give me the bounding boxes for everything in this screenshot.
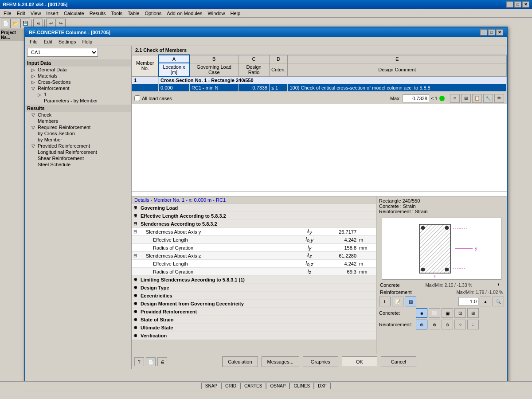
tree-reinf-1[interactable]: ▷ 1: [25, 91, 131, 98]
detail-slenderness-y[interactable]: ⊟ Slenderness About Axis y λy 26.7177: [132, 228, 376, 236]
tree-longitudinal[interactable]: Longitudinal Reinforcement: [25, 149, 131, 155]
expand-y[interactable]: ⊟: [132, 229, 139, 234]
tree-by-cross-section[interactable]: by Cross-Section: [25, 130, 131, 137]
scale-up-btn[interactable]: ▲: [480, 297, 491, 306]
expand-effective[interactable]: ⊞: [132, 213, 139, 218]
rfem-menu-options[interactable]: Options: [142, 10, 164, 17]
tree-cross-sections[interactable]: ▷ Cross-Sections: [25, 79, 131, 85]
concrete-btn3[interactable]: ▣: [442, 308, 453, 318]
tree-required-reinf[interactable]: ▽ Required Reinforcement: [25, 124, 131, 130]
detail-design-type[interactable]: ⊞ Design Type: [132, 284, 376, 292]
tree-general-data[interactable]: ▷ General Data: [25, 66, 131, 73]
table-btn-2[interactable]: ⊞: [461, 94, 471, 103]
dialog-close-btn[interactable]: ✕: [496, 29, 503, 35]
rfem-close-btn[interactable]: ✕: [522, 1, 529, 8]
zoom-btn[interactable]: 🔍: [493, 297, 504, 306]
grid-btn[interactable]: GRID: [221, 383, 240, 389]
dialog-menu-edit[interactable]: Edit: [41, 38, 55, 45]
rfem-menu-edit[interactable]: Edit: [14, 10, 28, 17]
detail-governing-load[interactable]: ⊞ Governing Load: [132, 204, 376, 212]
expand-limiting[interactable]: ⊞: [132, 277, 139, 282]
rfem-menu-view[interactable]: View: [28, 10, 44, 17]
expand-state[interactable]: ⊞: [132, 317, 139, 322]
concrete-btn2[interactable]: ⬜: [429, 308, 440, 318]
ca-select[interactable]: CA1: [27, 48, 98, 57]
info-btn[interactable]: ℹ: [379, 297, 391, 306]
calculation-btn[interactable]: Calculation: [222, 356, 258, 367]
dialog-menu-file[interactable]: File: [27, 38, 40, 45]
detail-provided-reinf[interactable]: ⊞ Provided Reinforcement: [132, 308, 376, 316]
all-load-cases-checkbox[interactable]: All load cases: [134, 95, 172, 101]
hatch-btn[interactable]: ▨: [405, 297, 416, 306]
dialog-menu-settings[interactable]: Settings: [56, 38, 79, 45]
dialog-minimize-btn[interactable]: _: [480, 29, 487, 35]
tree-shear[interactable]: Shear Reinforcement: [25, 155, 131, 161]
detail-design-moment[interactable]: ⊞ Design Moment from Governing Eccentric…: [132, 300, 376, 308]
messages-btn[interactable]: Messages...: [262, 356, 299, 367]
reinf-btn3[interactable]: ⊙: [442, 320, 453, 329]
dialog-menu-help[interactable]: Help: [79, 38, 95, 45]
expand-eccentricities[interactable]: ⊞: [132, 293, 139, 298]
table-btn-3[interactable]: 📋: [472, 94, 482, 103]
reinf-btn5[interactable]: ∷: [467, 320, 479, 329]
rfem-maximize-btn[interactable]: □: [514, 1, 521, 8]
left-btn-1[interactable]: ?: [134, 357, 144, 366]
tree-steel-schedule[interactable]: Steel Schedule: [25, 161, 131, 168]
expand-governing[interactable]: ⊞: [132, 205, 139, 210]
max-value-input[interactable]: [403, 94, 429, 102]
expand-z[interactable]: ⊟: [132, 253, 139, 258]
ok-btn[interactable]: OK: [342, 356, 377, 367]
tree-provided-reinf[interactable]: ▽ Provided Reinforcement: [25, 143, 131, 149]
reinf-btn4[interactable]: ⁘: [454, 320, 466, 329]
reinf-btn1[interactable]: ⊕: [416, 320, 427, 329]
rfem-menu-tools[interactable]: Tools: [108, 10, 125, 17]
detail-state-of-strain[interactable]: ⊞ State of Strain: [132, 316, 376, 324]
table-row-data[interactable]: 0.000 RC1 - min N 0.7338 ≤ 1 100) Check …: [132, 84, 507, 92]
expand-verification[interactable]: ⊞: [132, 333, 139, 338]
cancel-btn[interactable]: Cancel: [381, 356, 416, 367]
tree-members[interactable]: Members: [25, 118, 131, 124]
reinf-btn2[interactable]: ⊗: [429, 320, 440, 329]
expand-design-moment[interactable]: ⊞: [132, 301, 139, 306]
detail-slenderness-z[interactable]: ⊟ Slenderness About Axis z λz 61.2280: [132, 252, 376, 260]
concrete-btn5[interactable]: ⊞: [467, 308, 479, 318]
tree-params-by-member[interactable]: Parameters - by Member: [25, 98, 131, 104]
table-btn-1[interactable]: ≡: [450, 94, 460, 103]
osnap-btn[interactable]: OSNAP: [266, 383, 289, 389]
rfem-menu-results[interactable]: Results: [87, 10, 109, 17]
tree-materials[interactable]: ▷ Materials: [25, 73, 131, 79]
tree-by-member[interactable]: by Member: [25, 137, 131, 143]
expand-provided[interactable]: ⊞: [132, 309, 139, 314]
detail-slenderness[interactable]: ⊟ Slenderness According to 5.8.3.2: [132, 220, 376, 228]
all-load-cases-input[interactable]: [134, 95, 140, 101]
expand-design-type[interactable]: ⊞: [132, 285, 139, 290]
rfem-menu-calculate[interactable]: Calculate: [61, 10, 87, 17]
detail-eccentricities[interactable]: ⊞ Eccentricities: [132, 292, 376, 300]
table-btn-4[interactable]: 🔧: [483, 94, 493, 103]
concrete-info-btn[interactable]: ℹ: [498, 282, 503, 288]
rfem-menu-addons[interactable]: Add-on Modules: [164, 10, 205, 17]
cartes-btn[interactable]: CARTES: [240, 383, 266, 389]
detail-ultimate-state[interactable]: ⊞ Ultimate State: [132, 324, 376, 332]
expand-ultimate[interactable]: ⊞: [132, 325, 139, 330]
scale-input[interactable]: [458, 297, 478, 306]
rfem-menu-window[interactable]: Window: [205, 10, 227, 17]
detail-verification[interactable]: ⊞ Verification: [132, 332, 376, 340]
dxf-btn[interactable]: DXF: [314, 383, 331, 389]
concrete-btn4[interactable]: ⊡: [454, 308, 466, 318]
concrete-btn1[interactable]: ■: [416, 308, 427, 318]
tree-reinforcement[interactable]: ▽ Reinforcement: [25, 85, 131, 91]
rfem-minimize-btn[interactable]: _: [506, 1, 513, 8]
rfem-menu-help[interactable]: Help: [228, 10, 243, 17]
detail-effective-length[interactable]: ⊞ Effective Length According to 5.8.3.2: [132, 212, 376, 220]
glines-btn[interactable]: GLINES: [289, 383, 314, 389]
left-btn-3[interactable]: 🖨: [157, 357, 167, 366]
toolbar-new-btn[interactable]: 📄: [1, 19, 11, 28]
detail-limiting-slenderness[interactable]: ⊞ Limiting Slenderness According to 5.8.…: [132, 276, 376, 284]
note-btn[interactable]: 📝: [392, 297, 403, 306]
tree-check[interactable]: ▽ Check: [25, 112, 131, 118]
left-btn-2[interactable]: 📄: [146, 357, 156, 366]
expand-slenderness[interactable]: ⊟: [132, 221, 139, 226]
dialog-maximize-btn[interactable]: □: [488, 29, 495, 35]
table-btn-5[interactable]: 👁: [494, 94, 504, 103]
